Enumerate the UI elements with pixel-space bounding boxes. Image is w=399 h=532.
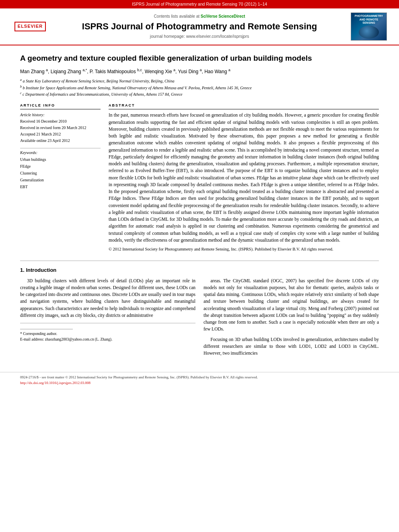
keyword-list: Urban buildings FEdge Clustering General…: [20, 156, 101, 190]
doi-link[interactable]: http://dx.doi.org/10.1016/j.isprsjprs.20…: [20, 381, 90, 385]
abstract-text: In the past, numerous research efforts h…: [109, 112, 379, 253]
journal-title-area: Contents lists available at SciVerse Sci…: [56, 14, 343, 39]
publisher-logo-area: ELSEVIER: [8, 22, 52, 31]
section-1-heading: 1. Introduction: [20, 267, 379, 274]
keywords-title: Keywords:: [20, 150, 101, 156]
issn-text: 0924-2716/$ - see front matter © 2012 In…: [20, 375, 379, 380]
article-info-column: ARTICLE INFO Article history: Received 1…: [20, 103, 101, 254]
abstract-paragraph: In the past, numerous research efforts h…: [109, 112, 379, 244]
section-divider: [20, 261, 379, 261]
keyword-3: Clustering: [20, 170, 101, 177]
section-1-body: 3D building clusters with different leve…: [20, 277, 379, 360]
section-1-col-left: 3D building clusters with different leve…: [20, 277, 195, 360]
main-content: A geometry and texture coupled flexible …: [0, 45, 399, 368]
doi-text: http://dx.doi.org/10.1016/j.isprsjprs.20…: [20, 380, 379, 386]
cover-text: PHOTOGRAMMETRYAND REMOTE SENSING: [353, 14, 385, 25]
journal-cover-image: PHOTOGRAMMETRYAND REMOTE SENSING: [351, 12, 387, 41]
history-title: Article history:: [20, 112, 101, 118]
bottom-bar: 0924-2716/$ - see front matter © 2012 In…: [0, 372, 399, 388]
intro-para-2: areas. The CityGML standard (OGC, 2007) …: [204, 277, 379, 333]
section-1-col-right: areas. The CityGML standard (OGC, 2007) …: [204, 277, 379, 360]
sciverse-line: Contents lists available at SciVerse Sci…: [56, 14, 343, 20]
keyword-2: FEdge: [20, 163, 101, 170]
keyword-1: Urban buildings: [20, 156, 101, 163]
paper-title: A geometry and texture coupled flexible …: [20, 53, 379, 64]
section-1: 1. Introduction 3D building clusters wit…: [20, 267, 379, 360]
intro-para-3: Focusing on 3D urban building LODs invol…: [204, 336, 379, 357]
footnote-section: * Corresponding author. E-mail address: …: [20, 323, 195, 343]
elsevier-logo: ELSEVIER: [14, 22, 46, 31]
article-history: Article history: Received 16 December 20…: [20, 112, 101, 144]
journal-cover-area: PHOTOGRAMMETRYAND REMOTE SENSING: [347, 12, 391, 41]
journal-homepage: journal homepage: www.elsevier.com/locat…: [56, 33, 343, 39]
received-date: Received 16 December 2010: [20, 118, 101, 125]
authors-line: Man Zhang a, Liqiang Zhang a,*, P. Takis…: [20, 68, 379, 75]
journal-full-title: ISPRS Journal of Photogrammetry and Remo…: [56, 21, 343, 32]
intro-para-1: 3D building clusters with different leve…: [20, 277, 195, 319]
journal-citation-text: ISPRS Journal of Photogrammetry and Remo…: [132, 2, 267, 6]
footnote-rule: [20, 329, 73, 329]
journal-header: ELSEVIER Contents lists available at Sci…: [0, 8, 399, 45]
email-note: E-mail address: zhaozhang2003@yahoo.com.…: [20, 337, 195, 342]
affiliations: a a State Key Laboratory of Remote Sensi…: [20, 78, 379, 97]
keyword-5: EBT: [20, 183, 101, 190]
accepted-date: Accepted 21 March 2012: [20, 131, 101, 138]
abstract-column: ABSTRACT In the past, numerous research …: [109, 103, 379, 254]
article-info-abstract-section: ARTICLE INFO Article history: Received 1…: [20, 103, 379, 254]
globe-graphic: [359, 26, 379, 39]
journal-citation-bar: ISPRS Journal of Photogrammetry and Remo…: [0, 0, 399, 8]
corresponding-author-note: * Corresponding author.: [20, 331, 195, 337]
available-date: Available online 23 April 2012: [20, 138, 101, 144]
abstract-label: ABSTRACT: [109, 103, 379, 109]
keyword-4: Generalization: [20, 177, 101, 183]
copyright-text: © 2012 International Society for Photogr…: [109, 246, 379, 253]
keywords-section: Keywords: Urban buildings FEdge Clusteri…: [20, 148, 101, 190]
article-info-label: ARTICLE INFO: [20, 103, 101, 109]
revised-date: Received in revised form 20 March 2012: [20, 125, 101, 131]
